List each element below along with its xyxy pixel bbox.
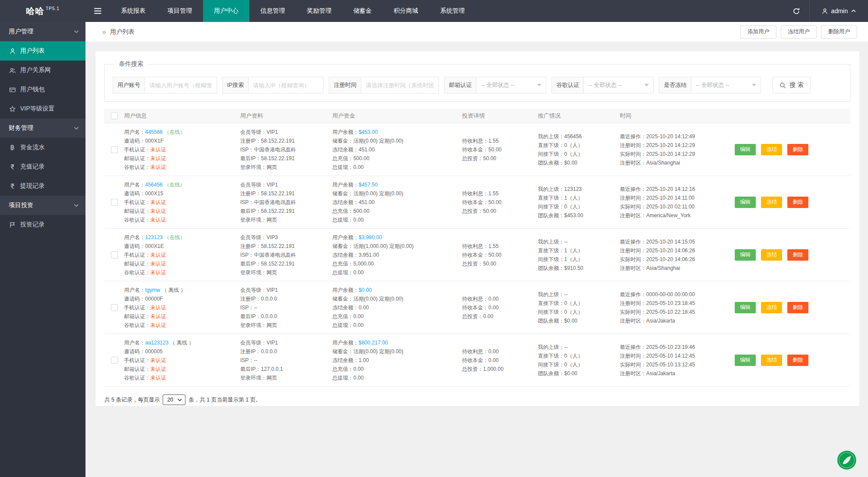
search-select-is-frozen[interactable]: -- 全部状态 --	[691, 77, 761, 93]
add-user-button[interactable]: 添加用户	[740, 25, 776, 39]
nav-item-points-mall[interactable]: 积分商城	[383, 0, 429, 22]
sidebar-item-user-list[interactable]: 用户列表	[0, 41, 85, 61]
cell-text: 登录环境：	[240, 322, 267, 328]
cell-text: 0.00	[488, 305, 498, 311]
cell-line: 总充值：500.00	[332, 207, 459, 215]
delete-button[interactable]: 删除	[787, 302, 808, 313]
cell-line: 用户名：445566 （在线）	[124, 128, 237, 136]
cell-line: 邮箱认证：未认证	[124, 207, 237, 215]
username-link[interactable]: 123123	[145, 234, 163, 240]
username-link[interactable]: 445566	[145, 129, 163, 135]
cell-line: 待收利息：0.00	[462, 347, 534, 356]
cell-line: ISP：中国香港电讯盈科	[240, 198, 329, 207]
edit-button[interactable]: 编辑	[735, 144, 756, 155]
cell-line: 手机认证：未认证	[124, 251, 237, 259]
cell-line: 冻结余额：0.00	[332, 303, 459, 312]
username-link[interactable]: tgymw	[145, 287, 160, 293]
nav-item-user-center[interactable]: 用户中心	[203, 0, 249, 22]
cell-line: 手机认证：未认证	[124, 356, 237, 365]
cell-text: 手机认证：	[124, 199, 150, 205]
user-menu[interactable]: admin	[809, 0, 868, 22]
nav-item-system-reports[interactable]: 系统报表	[110, 0, 157, 22]
sidebar-item-withdraw-records[interactable]: 提现记录	[0, 176, 85, 196]
delete-user-button[interactable]: 删除用户	[821, 25, 857, 39]
cell-text: 总投资：	[462, 208, 483, 214]
search-input-ip-search[interactable]	[248, 77, 324, 93]
cell-text: 50.00	[483, 208, 496, 214]
cell-text: 间接下级：	[538, 309, 564, 315]
freeze-button[interactable]: 冻结	[761, 302, 782, 313]
cell-text: 邀请码：	[124, 138, 145, 144]
cell-line: 注册时区：Asia/Shanghai	[620, 264, 731, 273]
freeze-user-button[interactable]: 冻结用户	[781, 25, 817, 39]
sidebar-section-finance-management[interactable]: 财务管理	[0, 118, 85, 138]
edit-button[interactable]: 编辑	[735, 302, 756, 313]
select-all-checkbox[interactable]	[111, 112, 118, 119]
cell-text: 未认证	[150, 375, 166, 381]
nav-item-info-management[interactable]: 信息管理	[249, 0, 296, 22]
cell-text: 冻结余额：	[332, 357, 359, 363]
invest-detail-cell: 待收利息：0.00待收本金：0.00总投资：0.00	[462, 294, 538, 321]
search-select-google-auth[interactable]: -- 全部状态 --	[583, 77, 654, 93]
delete-button[interactable]: 删除	[787, 144, 808, 155]
cell-text: 冻结余额：	[332, 199, 359, 205]
float-action-button[interactable]	[837, 450, 857, 470]
invest-detail-cell: 待收利息：0.00待收本金：0.00总投资：1,000.00	[462, 347, 538, 373]
cell-text: 2025-10-20 14:12:16	[646, 186, 695, 192]
row-checkbox-cell	[104, 199, 124, 206]
refresh-icon[interactable]	[784, 0, 809, 22]
edit-button[interactable]: 编辑	[735, 197, 756, 208]
sidebar-item-fund-flow[interactable]: 资金流水	[0, 138, 85, 157]
sidebar-section-project-investment[interactable]: 项目投资	[0, 196, 85, 215]
edit-button[interactable]: 编辑	[735, 355, 756, 366]
row-checkbox[interactable]	[111, 146, 118, 153]
freeze-button[interactable]: 冻结	[761, 144, 782, 155]
sidebar-item-vip-level-settings[interactable]: VIP等级设置	[0, 99, 85, 118]
search-button[interactable]: 搜 索	[772, 77, 811, 93]
cell-line: 用户余额：$453.00	[332, 128, 459, 136]
cell-text: 0（人）	[564, 309, 583, 315]
sidebar-item-investment-records[interactable]: 投资记录	[0, 215, 85, 234]
username-link[interactable]: aa123123	[145, 340, 168, 346]
nav-item-reward-management[interactable]: 奖励管理	[296, 0, 342, 22]
cell-text: 用户名：	[124, 287, 145, 293]
delete-button[interactable]: 删除	[787, 249, 808, 261]
cell-line: 会员等级：VIP3	[240, 233, 329, 242]
cell-text: 未认证	[150, 155, 166, 161]
cell-text: 0（人）	[564, 204, 583, 210]
sidebar-item-user-wallet[interactable]: 用户钱包	[0, 80, 85, 99]
nav-item-system-management[interactable]: 系统管理	[429, 0, 476, 22]
freeze-button[interactable]: 冻结	[761, 355, 782, 366]
cell-text: 冻结余额：	[332, 305, 359, 311]
cell-line: 最近操作：0000-00-00 00:00:00	[620, 290, 731, 299]
cell-line: 总提现：0.00	[332, 268, 459, 277]
username-link[interactable]: 456456	[145, 182, 163, 188]
search-select-email-auth[interactable]: -- 全部状态 --	[476, 77, 546, 93]
sidebar-item-user-network[interactable]: 用户关系网	[0, 61, 85, 80]
cell-line: 实际时间：2025-10-20 14:06:26	[620, 255, 731, 264]
freeze-button[interactable]: 冻结	[761, 197, 782, 208]
search-input-register-time[interactable]	[361, 77, 439, 93]
row-checkbox[interactable]	[111, 199, 118, 206]
page-size-select[interactable]: 20	[163, 395, 185, 405]
cell-text: 0.00	[488, 296, 498, 302]
row-checkbox[interactable]	[111, 357, 118, 364]
hamburger-icon[interactable]	[85, 0, 110, 22]
breadcrumb-bar: » 用户列表 添加用户 冻结用户 删除用户	[85, 22, 868, 42]
edit-button[interactable]: 编辑	[735, 249, 756, 261]
delete-button[interactable]: 删除	[787, 355, 808, 366]
search-input-user-account[interactable]	[145, 77, 217, 93]
nav-item-savings[interactable]: 储蓄金	[342, 0, 383, 22]
row-checkbox[interactable]	[111, 251, 118, 258]
cell-text: 未认证	[150, 199, 166, 205]
cell-text: 总投资：	[462, 366, 483, 372]
cell-text: 注册时间：	[620, 195, 646, 201]
cell-line: 待收利息：1.55	[462, 189, 534, 198]
search-field-register-time: 注册时间	[329, 77, 439, 93]
sidebar-section-user-management[interactable]: 用户管理	[0, 22, 85, 41]
sidebar-item-recharge-records[interactable]: 充值记录	[0, 157, 85, 176]
row-checkbox[interactable]	[111, 304, 118, 311]
freeze-button[interactable]: 冻结	[761, 249, 782, 261]
nav-item-project-management[interactable]: 项目管理	[157, 0, 203, 22]
delete-button[interactable]: 删除	[787, 197, 808, 208]
